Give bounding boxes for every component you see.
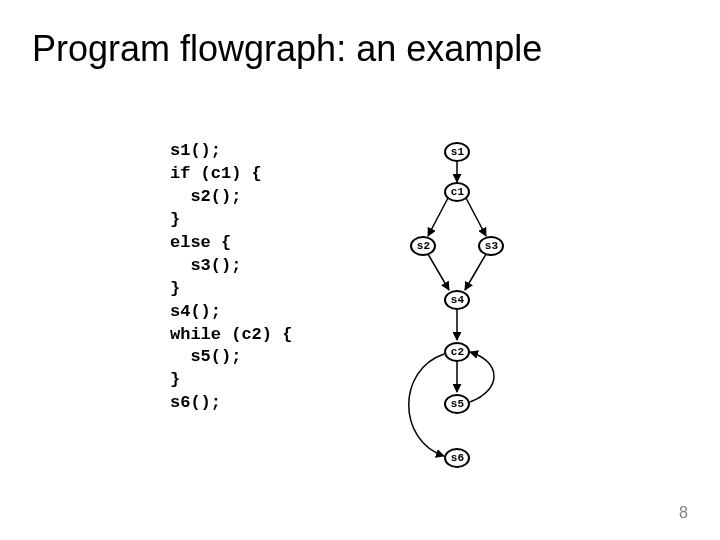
svg-line-4 — [465, 254, 486, 290]
content-area: s1(); if (c1) { s2(); } else { s3(); } s… — [170, 140, 552, 490]
node-s1: s1 — [444, 142, 470, 162]
node-s4: s4 — [444, 290, 470, 310]
node-s3: s3 — [478, 236, 504, 256]
svg-line-1 — [428, 198, 448, 236]
node-s5: s5 — [444, 394, 470, 414]
code-listing: s1(); if (c1) { s2(); } else { s3(); } s… — [170, 140, 292, 490]
node-c1: c1 — [444, 182, 470, 202]
svg-line-2 — [466, 198, 486, 236]
page-title: Program flowgraph: an example — [32, 28, 542, 70]
svg-line-3 — [428, 254, 449, 290]
node-c2: c2 — [444, 342, 470, 362]
node-s2: s2 — [410, 236, 436, 256]
page-number: 8 — [679, 504, 688, 522]
flowgraph: s1 c1 s2 s3 s4 c2 s5 s6 — [352, 140, 552, 490]
node-s6: s6 — [444, 448, 470, 468]
